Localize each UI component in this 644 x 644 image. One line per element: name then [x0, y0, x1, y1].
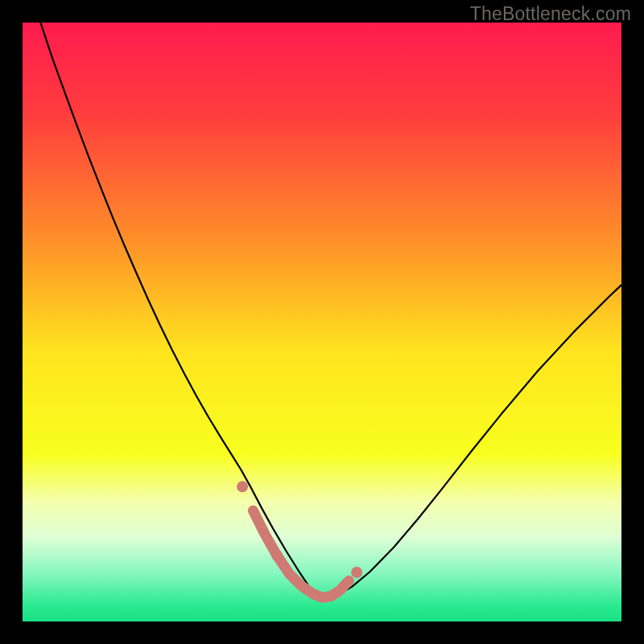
- plot-area: [23, 23, 621, 621]
- gradient-background: [23, 23, 621, 621]
- highlight-dot-1: [271, 550, 283, 561]
- highlight-dot-2: [351, 567, 362, 578]
- chart-frame: TheBottleneck.com: [0, 0, 644, 644]
- highlight-dot-0: [237, 481, 248, 493]
- watermark-text: TheBottleneck.com: [470, 3, 631, 25]
- bottleneck-chart: [23, 23, 621, 621]
